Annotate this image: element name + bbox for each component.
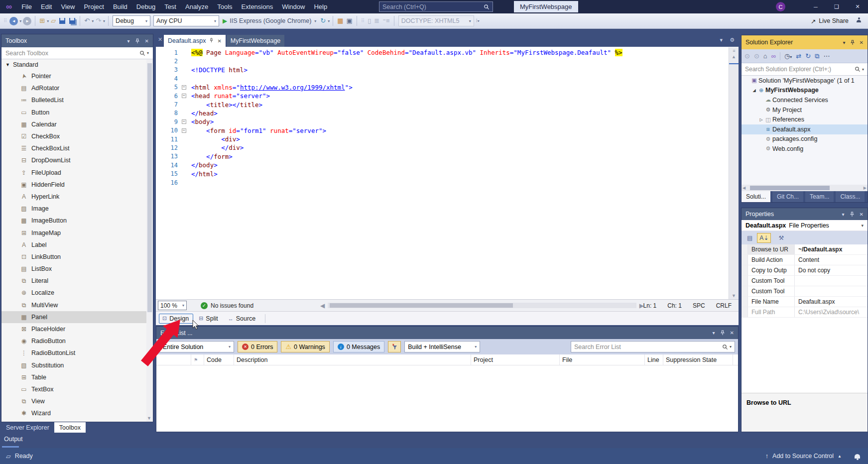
code-line[interactable]: 11 <div>	[156, 135, 739, 143]
notifications-bell-icon[interactable]	[855, 454, 860, 459]
refresh-icon[interactable]: ↻	[320, 15, 326, 26]
panel-tab-soluti[interactable]: Soluti...	[742, 191, 770, 202]
scroll-right-icon[interactable]: ▶	[864, 186, 867, 190]
document-well-dropdown-icon[interactable]: ▾	[720, 37, 723, 43]
panel-tab-team[interactable]: Team...	[805, 191, 834, 202]
pin-icon[interactable]	[850, 40, 855, 45]
bottom-tab-server-explorer[interactable]: Server Explorer	[1, 422, 54, 433]
close-icon[interactable]: ✕	[158, 36, 162, 43]
solution-platform-dropdown[interactable]: Any CPU▾	[153, 15, 219, 26]
menu-analyze[interactable]: Analyze	[181, 0, 213, 13]
minimize-button[interactable]: ─	[805, 0, 826, 13]
sync-with-active-document-icon[interactable]: ⇄	[796, 52, 801, 60]
toolbox-item-substitution[interactable]: ▧Substitution	[1, 359, 153, 371]
toolbox-item-linkbutton[interactable]: ⊡LinkButton	[1, 251, 153, 263]
menu-test[interactable]: Test	[160, 0, 181, 13]
tree-item-my-project[interactable]: ⚙My Project	[742, 105, 868, 115]
property-value[interactable]: Deafault.aspx	[795, 298, 868, 305]
toolbox-search-input[interactable]: Search Toolbox ▾	[1, 47, 153, 59]
scroll-down-icon[interactable]: ▼	[147, 416, 151, 421]
toolbox-item-wizard[interactable]: ✱Wizard	[1, 407, 153, 419]
menu-file[interactable]: File	[17, 0, 36, 13]
editor-horizontal-scrollbar[interactable]: ◀ ▶	[320, 300, 644, 311]
property-value[interactable]: C:\Users\Zviad\source\	[795, 309, 868, 316]
tree-item-packages-config[interactable]: ⚙packages.config	[742, 134, 868, 144]
tree-item-myfirstwebspage[interactable]: ◢⊕MyFirstWebspage	[742, 86, 868, 96]
run-dropdown-icon[interactable]: ▾	[314, 19, 316, 23]
toolbox-item-panel[interactable]: ▦Panel	[1, 311, 153, 323]
property-row-custom-tool[interactable]: Custom Tool	[742, 286, 868, 297]
scope-dropdown[interactable]: Entire Solution ▾	[159, 341, 234, 352]
column-header-project[interactable]: Project	[471, 354, 560, 365]
property-row-copy-to-outp[interactable]: Copy to OutpDo not copy	[742, 265, 868, 276]
alphabetical-sort-icon[interactable]: A⇣	[757, 233, 771, 243]
toolbox-item-imagemap[interactable]: ⊞ImageMap	[1, 227, 153, 238]
home-icon[interactable]: ⌂	[763, 52, 767, 60]
chevron-down-icon[interactable]: ▾	[713, 330, 715, 336]
refresh-icon[interactable]: ↻	[805, 52, 811, 60]
document-tab-deafault.aspx[interactable]: Deafault.aspx✕	[164, 35, 226, 47]
toolbox-item-hyperlink[interactable]: AHyperLink	[1, 191, 153, 203]
code-editor[interactable]: 1<%@ Page Language="vb" AutoEventWireup=…	[156, 47, 739, 299]
property-row-build-action[interactable]: Build ActionContent	[742, 255, 868, 265]
column-header-description[interactable]: Description	[234, 354, 471, 365]
toolbox-item-literal[interactable]: ⧉Literal	[1, 275, 153, 287]
browse-with-icon[interactable]: ▦	[337, 15, 343, 26]
toolbox-item-fileupload[interactable]: ⇪FileUpload	[1, 167, 153, 179]
menu-project[interactable]: Project	[79, 0, 108, 13]
navigate-backward-icon[interactable]: ◄	[9, 17, 18, 25]
tree-item-connected-services[interactable]: ☁Connected Services	[742, 95, 868, 105]
property-value[interactable]: ~/Deafault.aspx	[795, 246, 868, 253]
pin-icon[interactable]	[720, 330, 725, 336]
menu-window[interactable]: Window	[277, 0, 309, 13]
fold-collapse-icon[interactable]: −	[182, 128, 186, 133]
toolbox-scrollbar[interactable]: ▼	[146, 59, 153, 422]
solution-explorer-search-input[interactable]: Search Solution Explorer (Ctrl+;) ▾	[742, 63, 868, 76]
undo-dropdown-icon[interactable]: ▾	[92, 19, 94, 23]
toolbox-item-dropdownlist[interactable]: ⊟DropDownList	[1, 154, 153, 166]
refresh-dropdown-icon[interactable]: ▾	[328, 19, 330, 23]
pin-icon[interactable]	[209, 38, 214, 44]
column-header-code[interactable]: Code	[204, 354, 234, 365]
toolbox-item-checkbox[interactable]: ☑CheckBox	[1, 130, 153, 142]
menu-debug[interactable]: Debug	[132, 0, 160, 13]
view-button-source[interactable]: ↔Source	[225, 314, 260, 324]
chevron-down-icon[interactable]: ▾	[127, 38, 130, 44]
scroll-up-icon[interactable]: ▲	[732, 54, 736, 59]
user-avatar[interactable]: C	[776, 2, 785, 11]
property-row-full-path[interactable]: Full PathC:\Users\Zviad\source\	[742, 307, 868, 318]
output-tab[interactable]: Output	[4, 436, 23, 443]
toolbox-item-checkboxlist[interactable]: ☰CheckBoxList	[1, 142, 153, 154]
splitter-grip-icon[interactable]: ≡	[733, 48, 735, 53]
feedback-person-icon[interactable]	[857, 20, 861, 22]
panel-tab-gitch[interactable]: Git Ch...	[772, 191, 803, 202]
errors-filter-button[interactable]: ✕ 0 Errors	[238, 341, 277, 352]
scrollbar-thumb[interactable]	[147, 63, 152, 312]
health-message[interactable]: No issues found	[211, 302, 253, 309]
scroll-down-icon[interactable]: ▼	[732, 293, 736, 298]
toolbox-item-calendar[interactable]: ▦Calendar	[1, 118, 153, 130]
toolbox-item-radiobutton[interactable]: ◉RadioButton	[1, 335, 153, 347]
new-project-dropdown-icon[interactable]: ▾	[47, 19, 49, 23]
gear-icon[interactable]: ⚙	[730, 37, 735, 43]
fold-collapse-icon[interactable]: −	[182, 119, 186, 124]
code-line[interactable]: 1<%@ Page Language="vb" AutoEventWireup=…	[156, 48, 739, 57]
fold-collapse-icon[interactable]: −	[182, 85, 186, 90]
view-button-design[interactable]: ⊡Design	[159, 314, 193, 324]
close-icon[interactable]: ✕	[860, 40, 864, 45]
zoom-level-dropdown[interactable]: 100 % ▾	[158, 301, 187, 310]
sync-with-active-document-icon[interactable]: ▣	[347, 15, 353, 26]
code-line[interactable]: 6−<head runat="server">	[156, 92, 739, 100]
toolbox-item-imagebutton[interactable]: ▩ImageButton	[1, 215, 153, 227]
toolbox-item-view[interactable]: ⧉View	[1, 395, 153, 407]
toolbox-item-placeholder[interactable]: ⊠PlaceHolder	[1, 323, 153, 335]
quick-search-input[interactable]: Search (Ctrl+Q)	[379, 1, 493, 12]
toolbox-item-pointer[interactable]: ➤Pointer	[1, 70, 153, 82]
code-line[interactable]: 15</html>	[156, 169, 739, 178]
property-pages-icon[interactable]: ⚒	[776, 233, 786, 243]
code-line[interactable]: 5−<html xmlns="http://www.w3.org/1999/xh…	[156, 83, 739, 92]
chevron-down-icon[interactable]: ▾	[843, 40, 846, 45]
tree-item-web-config[interactable]: ⚙Web.config	[742, 144, 868, 154]
code-line[interactable]: 4	[156, 74, 739, 83]
warnings-filter-button[interactable]: ⚠ 0 Warnings	[281, 341, 329, 352]
